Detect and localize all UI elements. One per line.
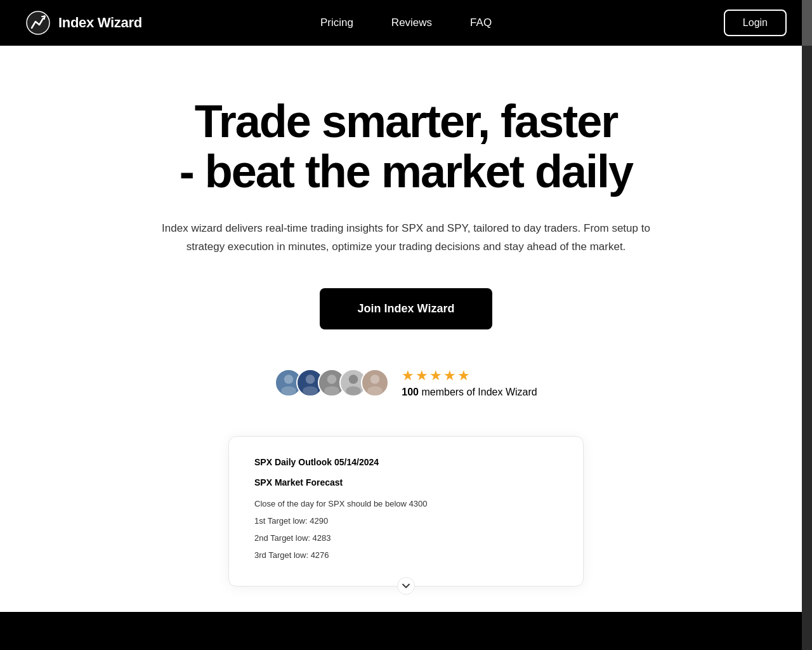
hero-title-line2: - beat the market daily bbox=[180, 146, 632, 197]
members-count: 100 bbox=[402, 387, 419, 397]
nav-link-faq[interactable]: FAQ bbox=[470, 17, 492, 29]
star-rating: ★★★★★ bbox=[402, 368, 537, 384]
svg-point-1 bbox=[43, 15, 46, 18]
svg-point-4 bbox=[306, 375, 315, 384]
scroll-down-icon[interactable] bbox=[397, 577, 415, 595]
svg-point-7 bbox=[324, 387, 339, 396]
login-button[interactable]: Login bbox=[724, 10, 787, 36]
members-label: members of Index Wizard bbox=[421, 387, 537, 397]
svg-point-3 bbox=[281, 387, 296, 396]
card-subtitle: SPX Market Forecast bbox=[254, 477, 558, 488]
scrollbar-thumb[interactable] bbox=[802, 0, 812, 46]
nav-logo-area: Index Wizard bbox=[25, 10, 142, 36]
card-line-2: 2nd Target low: 4283 bbox=[254, 532, 558, 545]
svg-point-6 bbox=[327, 375, 337, 384]
navbar: Index Wizard Pricing Reviews FAQ Login bbox=[0, 0, 812, 46]
card-line-1: 1st Target low: 4290 bbox=[254, 515, 558, 528]
nav-right: Login bbox=[724, 10, 787, 36]
social-proof: ★★★★★ 100 members of Index Wizard bbox=[275, 368, 537, 398]
nav-link-pricing[interactable]: Pricing bbox=[320, 17, 353, 29]
nav-link-reviews[interactable]: Reviews bbox=[391, 17, 432, 29]
svg-point-11 bbox=[367, 387, 383, 396]
hero-title-line1: Trade smarter, faster bbox=[195, 96, 617, 147]
members-count-text: 100 members of Index Wizard bbox=[402, 387, 537, 398]
cta-button[interactable]: Join Index Wizard bbox=[320, 288, 493, 329]
market-card: SPX Daily Outlook 05/14/2024 SPX Market … bbox=[228, 436, 584, 587]
scrollbar-track[interactable] bbox=[802, 0, 812, 650]
card-title: SPX Daily Outlook 05/14/2024 bbox=[254, 457, 558, 467]
card-line-3: 3rd Target low: 4276 bbox=[254, 549, 558, 562]
hero-description: Index wizard delivers real-time trading … bbox=[146, 220, 666, 256]
stars-members: ★★★★★ 100 members of Index Wizard bbox=[402, 368, 537, 398]
brand-name: Index Wizard bbox=[58, 15, 142, 31]
hero-title: Trade smarter, faster - beat the market … bbox=[146, 96, 666, 197]
svg-point-10 bbox=[370, 375, 380, 384]
svg-point-8 bbox=[349, 375, 358, 384]
card-line-0: Close of the day for SPX should be below… bbox=[254, 498, 558, 511]
main-content: Trade smarter, faster - beat the market … bbox=[0, 46, 812, 612]
hero-section: Trade smarter, faster - beat the market … bbox=[121, 96, 691, 368]
svg-point-5 bbox=[303, 387, 318, 396]
nav-links: Pricing Reviews FAQ bbox=[320, 17, 492, 29]
svg-point-9 bbox=[346, 387, 361, 396]
avatar bbox=[361, 369, 389, 397]
footer-dark bbox=[0, 612, 812, 650]
avatar-group bbox=[275, 369, 389, 397]
logo-icon bbox=[25, 10, 51, 36]
svg-point-2 bbox=[284, 375, 294, 384]
